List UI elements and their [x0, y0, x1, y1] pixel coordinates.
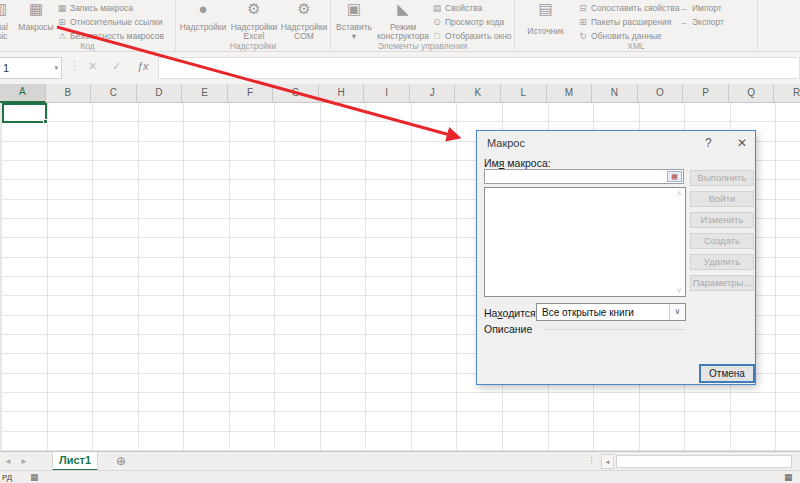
macros-in-select[interactable]: Все открытые книги ∨ — [536, 303, 686, 321]
import-button[interactable]: → Импорт — [678, 1, 724, 15]
column-header-e[interactable]: E — [182, 84, 228, 103]
dialog-close-icon[interactable]: ✕ — [737, 136, 747, 150]
column-header-b[interactable]: B — [46, 84, 92, 103]
view-code-button[interactable]: ⊙ Просмотр кода — [431, 15, 512, 29]
column-header-m[interactable]: M — [547, 84, 593, 103]
group-label-xml: XML — [515, 41, 757, 51]
delete-button[interactable]: Удалить — [690, 254, 754, 270]
sheet-tab-bar: ◄ ► Лист1 ⊕ ⋮⋮ ◂ — [0, 451, 800, 470]
macros-label: Макросы — [14, 23, 58, 32]
excel-addins-icon: ⚙ — [229, 0, 279, 18]
export-button[interactable]: ← Экспорт — [678, 15, 724, 29]
map-properties-icon: ⊟ — [577, 3, 589, 13]
insert-control-button[interactable]: ▣ Вставить ▾ — [333, 0, 375, 40]
horizontal-scrollbar-thumb[interactable] — [616, 455, 792, 468]
prev-sheet-icon[interactable]: ◄ — [4, 457, 12, 466]
description-label: Описание — [484, 323, 532, 335]
map-properties-button[interactable]: ⊟ Сопоставить свойства — [577, 1, 679, 15]
column-header-a[interactable]: A — [0, 84, 46, 103]
macros-in-value: Все открытые книги — [542, 307, 634, 318]
fill-handle[interactable] — [43, 119, 48, 124]
column-header-q[interactable]: Q — [729, 84, 775, 103]
column-headers: A B C D E F G H I J K L M N O P Q R — [0, 84, 800, 103]
horizontal-scrollbar[interactable] — [615, 453, 800, 470]
com-addins-button[interactable]: ⚙ Надстройки COM — [280, 0, 328, 40]
show-window-icon: □ — [431, 31, 443, 41]
selected-cell-a1[interactable] — [2, 103, 47, 123]
create-button[interactable]: Создать — [690, 233, 754, 249]
cancel-entry-button[interactable]: ✕ — [88, 60, 97, 73]
insert-dropdown-icon: ▾ — [333, 32, 375, 41]
source-icon: ▤ — [518, 0, 573, 18]
column-header-j[interactable]: J — [410, 84, 456, 103]
column-header-h[interactable]: H — [319, 84, 365, 103]
macro-security-icon: ⚠ — [56, 31, 68, 41]
column-header-r[interactable]: R — [774, 84, 800, 103]
formula-bar: 1 ▾ ⋮ ✕ ✓ ƒx — [0, 52, 800, 84]
status-bar: РД ▦ ▦ — [0, 470, 800, 483]
formula-bar-separator: ⋮ — [69, 59, 80, 72]
column-header-k[interactable]: K — [455, 84, 501, 103]
design-mode-button[interactable]: ◣ Режим конструктора — [377, 0, 429, 40]
ribbon: ▥ sual asic ▦ Макросы ▦ Запись макроса ⊞… — [0, 0, 800, 52]
addins-button[interactable]: ● Надстройки — [178, 0, 228, 40]
column-header-d[interactable]: D — [137, 84, 183, 103]
step-into-button[interactable]: Войти — [690, 191, 754, 207]
macro-list[interactable]: ∧ ∨ — [484, 187, 686, 297]
properties-icon: ▤ — [431, 3, 443, 13]
hscroll-left-icon[interactable]: ◂ — [601, 454, 614, 469]
expansion-packs-button[interactable]: ⊞ Пакеты расширения — [577, 15, 679, 29]
record-macro-button[interactable]: ▦ Запись макроса — [56, 1, 164, 15]
relative-references-button[interactable]: ⊞ Относительные ссылки — [56, 15, 164, 29]
record-macro-icon: ▦ — [56, 3, 68, 13]
column-header-i[interactable]: I — [364, 84, 410, 103]
export-icon: ← — [678, 17, 690, 27]
expansion-packs-icon: ⊞ — [577, 17, 589, 27]
name-box-dropdown-icon[interactable]: ▾ — [54, 64, 58, 72]
import-icon: → — [678, 3, 690, 13]
design-mode-icon: ◣ — [377, 0, 429, 18]
enter-entry-button[interactable]: ✓ — [112, 60, 121, 73]
ribbon-group-code: ▥ sual asic ▦ Макросы ▦ Запись макроса ⊞… — [0, 0, 176, 52]
column-header-o[interactable]: O — [638, 84, 684, 103]
column-header-f[interactable]: F — [228, 84, 274, 103]
ribbon-group-controls: ▣ Вставить ▾ ◣ Режим конструктора ▤ Свой… — [331, 0, 515, 52]
run-button[interactable]: Выполнить — [690, 170, 754, 186]
options-button[interactable]: Параметры... — [690, 275, 754, 291]
macro-dialog: Макрос ? ✕ Имя макроса: ▦ ∧ ∨ Выполнить … — [476, 130, 756, 385]
insert-control-icon: ▣ — [333, 0, 375, 18]
dialog-title: Макрос — [487, 137, 525, 149]
group-label-addins: Надстройки — [176, 41, 330, 51]
source-button[interactable]: ▤ Источник — [518, 0, 573, 40]
macros-icon: ▦ — [14, 0, 58, 18]
column-header-p[interactable]: P — [683, 84, 729, 103]
status-macro-record-icon[interactable]: ▦ — [30, 472, 39, 482]
ribbon-group-addins: ● Надстройки ⚙ Надстройки Excel ⚙ Надстр… — [176, 0, 331, 52]
dialog-help-button[interactable]: ? — [705, 136, 712, 150]
column-header-n[interactable]: N — [592, 84, 638, 103]
addins-icon: ● — [178, 0, 228, 18]
cancel-button[interactable]: Отмена — [699, 364, 755, 383]
add-sheet-icon[interactable]: ⊕ — [116, 454, 126, 468]
insert-function-button[interactable]: ƒx — [137, 60, 149, 72]
view-normal-icon[interactable]: ▦ — [784, 472, 793, 482]
column-header-c[interactable]: C — [91, 84, 137, 103]
sheet-tab-list1[interactable]: Лист1 — [52, 452, 98, 471]
properties-button[interactable]: ▤ Свойства — [431, 1, 512, 15]
com-addins-icon: ⚙ — [280, 0, 328, 18]
column-header-g[interactable]: G — [273, 84, 319, 103]
relative-references-icon: ⊞ — [56, 17, 68, 27]
range-picker-icon[interactable]: ▦ — [667, 171, 682, 182]
macro-name-input[interactable]: ▦ — [484, 169, 684, 184]
edit-button[interactable]: Изменить — [690, 212, 754, 228]
name-box[interactable]: 1 ▾ — [0, 57, 62, 79]
next-sheet-icon[interactable]: ► — [20, 457, 28, 466]
macros-button[interactable]: ▦ Макросы — [14, 0, 58, 40]
combo-chevron-icon[interactable]: ∨ — [669, 304, 685, 320]
view-code-icon: ⊙ — [431, 17, 443, 27]
list-scroll-up-icon[interactable]: ∧ — [676, 189, 682, 198]
column-header-l[interactable]: L — [501, 84, 547, 103]
excel-addins-button[interactable]: ⚙ Надстройки Excel — [229, 0, 279, 40]
formula-input[interactable] — [158, 57, 800, 79]
list-scroll-down-icon[interactable]: ∨ — [676, 286, 682, 295]
